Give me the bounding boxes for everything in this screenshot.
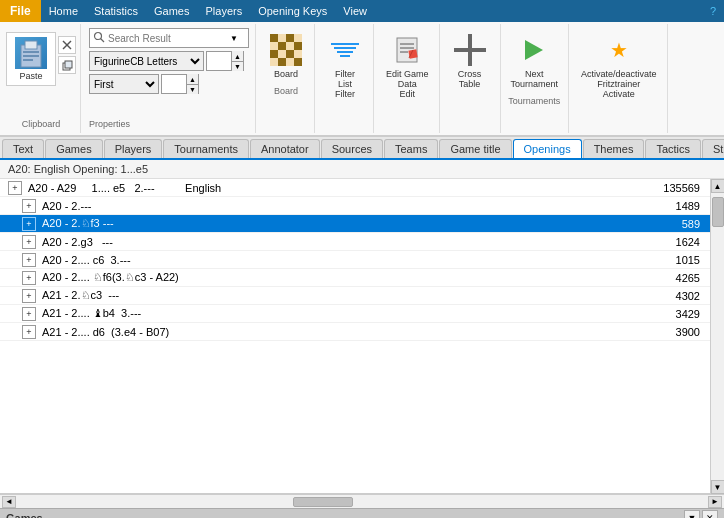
tab-sources[interactable]: Sources <box>321 139 383 158</box>
tab-text[interactable]: Text <box>2 139 44 158</box>
tab-game-title[interactable]: Game title <box>439 139 511 158</box>
tree-cell-count: 1489 <box>638 200 708 212</box>
tree-vscrollbar[interactable]: ▲ ▼ <box>710 179 724 494</box>
tree-area: + A20 - A29 1.... e5 2.--- English 13556… <box>0 179 724 494</box>
paste-label: Paste <box>19 71 42 81</box>
hscroll-left-button[interactable]: ◄ <box>2 496 16 508</box>
menu-help[interactable]: ? <box>702 3 724 19</box>
vscroll-down-button[interactable]: ▼ <box>711 480 725 494</box>
filter-label: FilterListFilter <box>335 70 355 100</box>
games-controls: ▼ ✕ <box>684 510 718 518</box>
tab-games[interactable]: Games <box>45 139 102 158</box>
tree-cell-count: 1015 <box>638 254 708 266</box>
search-input[interactable] <box>108 33 228 44</box>
tab-tactics[interactable]: Tactics <box>645 139 701 158</box>
svg-line-10 <box>101 39 105 43</box>
activate-group: ★ Activate/deactivateFritztrainerActivat… <box>571 24 668 133</box>
tab-strategy[interactable]: Strategy <box>702 139 724 158</box>
paste-icon <box>15 37 47 69</box>
menu-home[interactable]: Home <box>41 0 86 22</box>
vscroll-thumb[interactable] <box>712 197 724 227</box>
next-tournament-label: NextTournament <box>511 70 559 90</box>
edit-game-group: Edit GameDataEdit <box>376 24 440 133</box>
cross-table-button[interactable]: CrossTable <box>446 28 494 94</box>
table-row[interactable]: + A20 - 2.♘f3 --- 589 <box>0 215 710 233</box>
menu-games[interactable]: Games <box>146 0 197 22</box>
tree-cell-code: A21 - 2.... ♝b4 3.--- <box>38 307 638 320</box>
table-row[interactable]: + A21 - 2.... ♝b4 3.--- 3429 <box>0 305 710 323</box>
expand-icon[interactable]: + <box>22 307 36 321</box>
style-select[interactable]: First <box>89 74 159 94</box>
copy-button[interactable] <box>58 56 76 74</box>
board-icon <box>268 32 304 68</box>
menu-statistics[interactable]: Statistics <box>86 0 146 22</box>
menu-opening-keys[interactable]: Opening Keys <box>250 0 335 22</box>
tab-teams[interactable]: Teams <box>384 139 438 158</box>
properties-label: Properties <box>89 117 249 129</box>
font-size-up[interactable]: ▲ <box>231 51 243 61</box>
games-panel-title: Games <box>6 512 684 518</box>
table-row[interactable]: + A21 - 2.♘c3 --- 4302 <box>0 287 710 305</box>
activate-label: Activate/deactivateFritztrainerActivate <box>581 70 657 100</box>
tree-cell-code: A20 - 2.... ♘f6(3.♘c3 - A22) <box>38 271 638 284</box>
expand-icon[interactable]: + <box>22 325 36 339</box>
table-row[interactable]: + A20 - A29 1.... e5 2.--- English 13556… <box>0 179 710 197</box>
font-size-input[interactable]: 15 <box>207 56 231 67</box>
cut-button[interactable] <box>58 36 76 54</box>
search-icon <box>90 31 108 45</box>
board-button[interactable]: Board <box>262 28 310 84</box>
tree-cell-count: 3900 <box>638 326 708 338</box>
table-row[interactable]: + A20 - 2.--- 1489 <box>0 197 710 215</box>
cross-table-group: CrossTable <box>442 24 498 133</box>
cross-table-icon <box>452 32 488 68</box>
menu-view[interactable]: View <box>335 0 375 22</box>
tree-cell-code: A21 - 2.♘c3 --- <box>38 289 638 302</box>
tab-openings[interactable]: Openings <box>513 139 582 158</box>
tree-hscrollbar[interactable]: ◄ ► <box>0 494 724 508</box>
expand-icon[interactable]: + <box>22 289 36 303</box>
style-up[interactable]: ▲ <box>186 74 198 84</box>
board-group: Board Board <box>258 24 315 133</box>
menu-players[interactable]: Players <box>198 0 251 22</box>
expand-icon[interactable]: + <box>22 199 36 213</box>
tree-cell-count: 4265 <box>638 272 708 284</box>
games-close-button[interactable]: ✕ <box>702 510 718 518</box>
filter-button[interactable]: FilterListFilter <box>321 28 369 104</box>
font-family-select[interactable]: FigurineCB Letters <box>89 51 204 71</box>
filter-icon <box>327 32 363 68</box>
hscroll-thumb[interactable] <box>293 497 353 507</box>
font-size-down[interactable]: ▼ <box>231 61 243 71</box>
edit-game-icon <box>389 32 425 68</box>
star-icon: ★ <box>610 38 628 62</box>
vscroll-up-button[interactable]: ▲ <box>711 179 725 193</box>
menu-file[interactable]: File <box>0 0 41 22</box>
paste-button[interactable]: Paste <box>6 32 56 86</box>
expand-icon[interactable]: + <box>22 253 36 267</box>
next-tournament-button[interactable]: NextTournament <box>505 28 565 94</box>
tab-tournaments[interactable]: Tournaments <box>163 139 249 158</box>
tree-cell-code: A20 - 2.g3 --- <box>38 236 638 248</box>
edit-game-button[interactable]: Edit GameDataEdit <box>380 28 435 104</box>
table-row[interactable]: + A21 - 2.... d6 (3.e4 - B07) 3900 <box>0 323 710 341</box>
expand-icon[interactable]: + <box>22 271 36 285</box>
activate-button[interactable]: ★ Activate/deactivateFritztrainerActivat… <box>575 28 663 104</box>
expand-icon[interactable]: + <box>8 181 22 195</box>
style-value-input[interactable]: 0 <box>162 79 186 90</box>
table-row[interactable]: + A20 - 2.g3 --- 1624 <box>0 233 710 251</box>
tree-cell-code: A21 - 2.... d6 (3.e4 - B07) <box>38 326 638 338</box>
tree-container[interactable]: + A20 - A29 1.... e5 2.--- English 13556… <box>0 179 710 494</box>
clipboard-group: Paste Clipboard <box>2 24 81 133</box>
expand-icon[interactable]: + <box>22 217 36 231</box>
tab-themes[interactable]: Themes <box>583 139 645 158</box>
table-row[interactable]: + A20 - 2.... ♘f6(3.♘c3 - A22) 4265 <box>0 269 710 287</box>
clipboard-label: Clipboard <box>22 117 61 129</box>
tournaments-group: NextTournament Tournaments <box>500 24 570 133</box>
search-dropdown-icon[interactable]: ▼ <box>228 34 240 43</box>
table-row[interactable]: + A20 - 2.... c6 3.--- 1015 <box>0 251 710 269</box>
games-dropdown-button[interactable]: ▼ <box>684 510 700 518</box>
hscroll-right-button[interactable]: ► <box>708 496 722 508</box>
tab-players[interactable]: Players <box>104 139 163 158</box>
style-down[interactable]: ▼ <box>186 84 198 94</box>
expand-icon[interactable]: + <box>22 235 36 249</box>
tab-annotator[interactable]: Annotator <box>250 139 320 158</box>
